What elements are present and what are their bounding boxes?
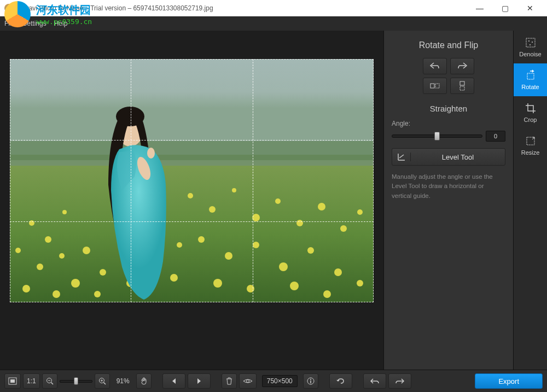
straighten-title: Straighten [392,104,505,113]
slider-thumb[interactable] [434,132,440,141]
zoom-thumb[interactable] [74,377,78,385]
angle-value[interactable]: 0 [486,131,505,142]
tool-resize[interactable]: Resize [514,129,547,162]
svg-point-37 [15,248,21,253]
zoom-out-icon [46,377,54,385]
svg-rect-3 [10,141,374,160]
svg-point-49 [528,40,529,42]
svg-point-20 [340,225,347,232]
prev-button[interactable] [162,373,185,389]
svg-rect-2 [10,166,374,302]
bottom-toolbar: 1:1 91% 750×500 Export [0,370,547,392]
flip-horizontal-icon [429,82,440,90]
svg-point-17 [275,198,281,204]
svg-point-51 [529,44,531,45]
info-button[interactable] [303,373,318,389]
level-icon [397,153,406,161]
svg-point-4 [29,220,34,226]
svg-point-10 [22,285,30,292]
svg-point-18 [296,220,303,226]
maximize-button[interactable]: ▢ [492,0,517,16]
menu-settings[interactable]: Settings [22,20,46,27]
svg-point-19 [318,203,325,210]
revert-button[interactable] [329,373,352,389]
trash-icon [225,377,233,385]
svg-point-31 [323,290,331,298]
svg-point-6 [62,210,67,214]
svg-point-12 [59,253,65,259]
actual-size-button[interactable]: 1:1 [23,373,40,389]
menu-file[interactable]: File [4,20,15,27]
rotate-right-icon [457,62,468,71]
tool-strip: Denoise Rotate Crop Resize [513,31,547,370]
level-tool-button[interactable]: Level Tool [392,148,505,166]
delete-button[interactable] [222,373,237,389]
tool-crop[interactable]: Crop [514,96,547,129]
svg-point-11 [100,269,106,276]
zoom-out-button[interactable] [42,373,57,389]
redo-button[interactable] [388,373,411,389]
menubar: File Settings Help [0,16,547,31]
zoom-slider[interactable] [60,380,92,383]
svg-point-36 [177,242,182,248]
window-title: Movavi Photo DeNoise – Trial version – 6… [16,4,467,12]
help-text: Manually adjust the angle or use the Lev… [392,172,505,201]
compare-button[interactable] [239,373,257,389]
export-button[interactable]: Export [475,373,543,389]
svg-point-38 [53,290,60,298]
angle-slider[interactable] [392,134,482,138]
svg-point-16 [252,214,260,221]
close-button[interactable]: ✕ [517,0,543,16]
flip-vertical-icon [458,81,466,91]
prev-icon [171,378,177,384]
svg-rect-44 [430,84,434,88]
fit-icon [8,377,17,385]
rotate-right-button[interactable] [450,58,474,74]
menu-help[interactable]: Help [54,20,68,27]
fit-screen-button[interactable] [4,373,21,389]
svg-point-13 [188,193,193,198]
canvas-area[interactable] [0,31,383,370]
svg-point-39 [94,291,101,297]
svg-point-25 [279,262,288,271]
rotate-panel: Rotate and Flip Straighten Angle: 0 [383,31,513,370]
svg-line-60 [103,383,106,385]
svg-point-26 [307,247,314,254]
svg-point-14 [209,206,216,213]
info-icon [307,377,315,385]
eye-icon [243,378,253,384]
undo-button[interactable] [363,373,386,389]
tool-rotate[interactable]: Rotate [514,63,547,96]
flip-horizontal-button[interactable] [423,78,447,94]
svg-point-23 [225,252,232,260]
svg-point-43 [147,148,155,159]
redo-icon [395,378,404,384]
rotate-left-icon [429,62,440,71]
app-icon [4,4,13,13]
titlebar: Movavi Photo DeNoise – Trial version – 6… [0,0,547,16]
svg-point-27 [334,268,342,276]
svg-point-50 [532,42,533,43]
flip-vertical-button[interactable] [450,78,474,94]
tool-denoise[interactable]: Denoise [514,31,547,63]
next-button[interactable] [188,373,211,389]
svg-rect-45 [435,84,439,88]
next-icon [196,378,202,384]
svg-point-24 [253,242,259,248]
svg-point-9 [71,279,80,288]
svg-point-29 [247,285,254,292]
panel-title: Rotate and Flip [392,40,505,50]
minimize-button[interactable]: — [467,0,492,16]
hand-tool-button[interactable] [136,373,152,389]
rotate-left-button[interactable] [423,58,447,74]
svg-rect-48 [526,38,535,47]
svg-point-65 [310,379,311,380]
svg-point-15 [232,188,236,192]
svg-point-21 [357,209,363,215]
dimensions: 750×500 [262,375,298,387]
svg-line-57 [51,383,53,385]
revert-icon [336,377,345,385]
denoise-icon [525,37,537,49]
svg-point-5 [45,236,51,243]
zoom-in-button[interactable] [95,373,110,389]
